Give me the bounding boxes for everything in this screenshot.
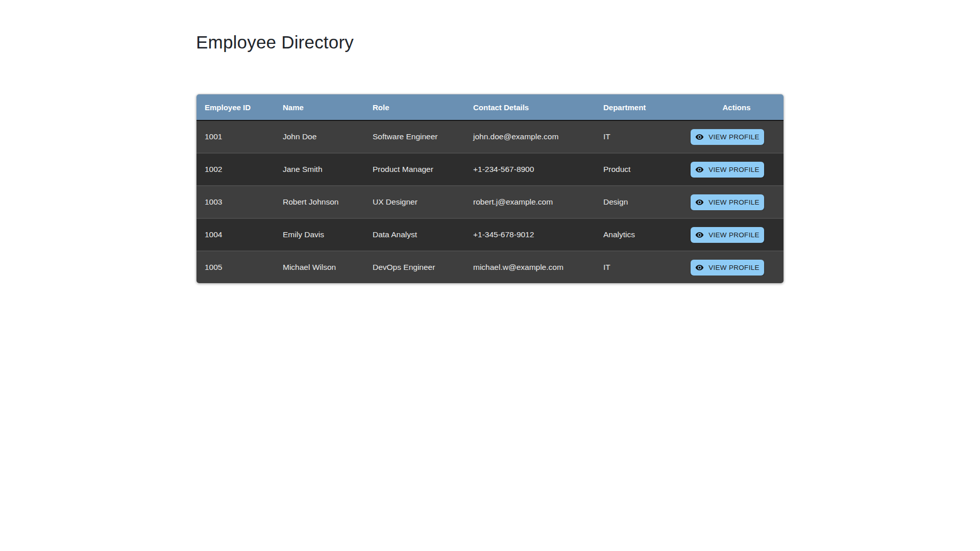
view-profile-button[interactable]: VIEW PROFILE — [691, 260, 764, 276]
view-profile-label: VIEW PROFILE — [708, 231, 760, 239]
cell-name: Michael Wilson — [275, 263, 364, 272]
cell-employee-id: 1001 — [197, 132, 275, 141]
column-header-actions: Actions — [690, 103, 783, 112]
column-header-name: Name — [275, 103, 364, 112]
column-header-employee-id: Employee ID — [197, 103, 275, 112]
table-row: 1002 Jane Smith Product Manager +1-234-5… — [197, 153, 783, 185]
cell-employee-id: 1002 — [197, 165, 275, 174]
view-profile-label: VIEW PROFILE — [708, 264, 760, 271]
cell-actions: VIEW PROFILE — [690, 194, 783, 210]
table-row: 1005 Michael Wilson DevOps Engineer mich… — [197, 251, 783, 283]
cell-department: IT — [595, 132, 690, 141]
cell-contact: michael.w@example.com — [465, 263, 595, 272]
cell-role: Product Manager — [364, 165, 465, 174]
cell-employee-id: 1003 — [197, 197, 275, 207]
cell-department: Product — [595, 165, 690, 174]
cell-role: DevOps Engineer — [364, 263, 465, 272]
cell-actions: VIEW PROFILE — [690, 260, 783, 276]
view-profile-button[interactable]: VIEW PROFILE — [691, 194, 764, 210]
cell-name: Robert Johnson — [275, 197, 364, 207]
cell-contact: john.doe@example.com — [465, 132, 595, 141]
eye-icon — [695, 198, 704, 207]
cell-actions: VIEW PROFILE — [690, 129, 783, 145]
column-header-department: Department — [595, 103, 690, 112]
cell-department: IT — [595, 263, 690, 272]
cell-name: Emily Davis — [275, 230, 364, 239]
view-profile-button[interactable]: VIEW PROFILE — [691, 227, 764, 243]
view-profile-label: VIEW PROFILE — [708, 166, 760, 173]
cell-department: Analytics — [595, 230, 690, 239]
column-header-role: Role — [364, 103, 465, 112]
employee-table: Employee ID Name Role Contact Details De… — [196, 94, 784, 284]
eye-icon — [695, 133, 704, 141]
cell-actions: VIEW PROFILE — [690, 227, 783, 243]
cell-department: Design — [595, 197, 690, 207]
table-row: 1004 Emily Davis Data Analyst +1-345-678… — [197, 218, 783, 251]
page-title: Employee Directory — [196, 32, 354, 53]
column-header-contact: Contact Details — [465, 103, 595, 112]
eye-icon — [695, 231, 704, 239]
cell-name: John Doe — [275, 132, 364, 141]
cell-role: UX Designer — [364, 197, 465, 207]
view-profile-button[interactable]: VIEW PROFILE — [691, 162, 764, 178]
cell-actions: VIEW PROFILE — [690, 162, 783, 178]
view-profile-label: VIEW PROFILE — [708, 133, 760, 141]
cell-employee-id: 1004 — [197, 230, 275, 239]
cell-contact: robert.j@example.com — [465, 197, 595, 207]
cell-employee-id: 1005 — [197, 263, 275, 272]
eye-icon — [695, 165, 704, 174]
table-header-row: Employee ID Name Role Contact Details De… — [197, 94, 783, 121]
cell-contact: +1-234-567-8900 — [465, 165, 595, 174]
eye-icon — [695, 263, 704, 272]
cell-name: Jane Smith — [275, 165, 364, 174]
cell-role: Software Engineer — [364, 132, 465, 141]
view-profile-button[interactable]: VIEW PROFILE — [691, 129, 764, 145]
cell-role: Data Analyst — [364, 230, 465, 239]
view-profile-label: VIEW PROFILE — [708, 198, 760, 206]
table-row: 1003 Robert Johnson UX Designer robert.j… — [197, 185, 783, 218]
cell-contact: +1-345-678-9012 — [465, 230, 595, 239]
table-row: 1001 John Doe Software Engineer john.doe… — [197, 121, 783, 153]
